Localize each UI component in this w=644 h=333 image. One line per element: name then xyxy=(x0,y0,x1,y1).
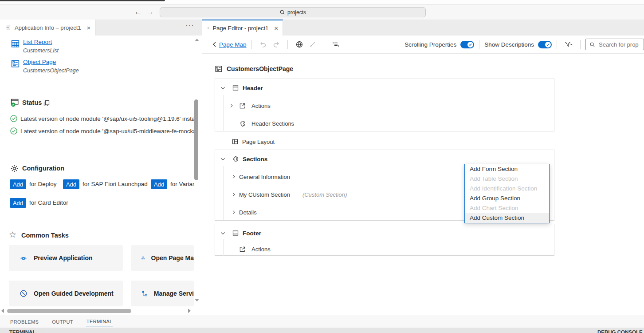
tree-label: Actions xyxy=(251,103,271,109)
tree-row-footer[interactable]: Footer xyxy=(220,228,261,238)
add-deploy-label: for Deploy xyxy=(29,181,57,187)
open-page-map-card[interactable]: Open Page Ma xyxy=(131,245,194,271)
card-label: Preview Application xyxy=(34,254,93,262)
object-page-link[interactable]: Object Page xyxy=(23,59,56,65)
more-actions-button[interactable]: ··· xyxy=(185,21,194,30)
tree-label: Actions xyxy=(251,246,271,253)
i18n-list-icon[interactable] xyxy=(332,41,340,48)
tree-label: My CUstom Section xyxy=(239,191,290,198)
tab-problems[interactable]: PROBLEMS xyxy=(10,317,39,326)
add-card-editor-label: for Card Editor xyxy=(29,199,68,206)
forward-arrow-icon[interactable]: → xyxy=(146,7,154,17)
filter-icon[interactable] xyxy=(565,41,573,48)
menu-item-add-custom-section[interactable]: Add Custom Section xyxy=(465,213,549,223)
tree-row-header[interactable]: Header xyxy=(220,83,263,93)
add-variant-button[interactable]: Add xyxy=(151,179,167,189)
status-icon xyxy=(10,98,20,107)
header-icon xyxy=(232,84,239,91)
chevron-down-icon[interactable] xyxy=(220,230,226,236)
search-icon xyxy=(279,9,285,15)
vertical-scrollbar-thumb[interactable] xyxy=(194,99,198,180)
debug-console-section-header[interactable]: DEBUG CONSOLE xyxy=(591,329,643,333)
scroll-down-arrow[interactable] xyxy=(195,299,199,301)
tab-terminal[interactable]: TERMINAL xyxy=(86,317,113,326)
chevron-right-icon[interactable] xyxy=(231,174,236,179)
maximized-panel-strip: TERMINAL DEBUG CONSOLE xyxy=(0,328,644,333)
chevron-right-icon[interactable] xyxy=(231,192,236,197)
manage-services-card[interactable]: Manage Servi xyxy=(131,281,194,306)
add-card-editor-button[interactable]: Add xyxy=(10,198,26,208)
page-map-link[interactable]: Page Map xyxy=(219,41,247,48)
external-link-icon xyxy=(239,246,246,253)
search-value: projects xyxy=(287,9,306,16)
header-group-box: Header Actions Header Sections xyxy=(215,79,554,131)
back-chevron-icon[interactable] xyxy=(212,41,216,48)
strip-label: TERMINAL xyxy=(9,329,35,333)
tree-row-sections[interactable]: Sections xyxy=(220,154,267,164)
toolbar-divider xyxy=(479,40,479,49)
show-descriptions-toggle[interactable] xyxy=(538,41,552,48)
open-guided-development-card[interactable]: Open Guided Development xyxy=(9,281,123,306)
toolbar-divider xyxy=(580,40,581,49)
tree-row-header-actions[interactable]: Actions xyxy=(229,100,271,111)
address-search-box[interactable]: projects xyxy=(160,7,426,17)
undo-icon[interactable] xyxy=(259,41,267,48)
status-item: Latest version of node module '@sap/ux-u… xyxy=(20,115,194,122)
tree-label: Details xyxy=(239,209,257,216)
tree-row-footer-actions[interactable]: Actions xyxy=(239,244,271,254)
bottom-panel-tabs: PROBLEMS OUTPUT TERMINAL xyxy=(0,315,644,328)
redo-icon[interactable] xyxy=(272,41,280,48)
title-bar: ← → projects xyxy=(0,5,644,20)
chevron-right-icon[interactable] xyxy=(231,210,236,215)
footer-group-box: Footer Actions xyxy=(215,224,554,256)
toolbar-divider xyxy=(251,40,252,49)
tab-application-info[interactable]: Application Info – project1 × xyxy=(0,20,96,36)
menu-item-add-form-section[interactable]: Add Form Section xyxy=(465,164,549,174)
add-flp-button[interactable]: Add xyxy=(63,179,79,189)
gear-icon xyxy=(10,164,19,173)
tree-row-my-custom-section[interactable]: My CUstom Section (Custom Section) xyxy=(231,189,347,200)
tab-page-editor[interactable]: Page Editor - project1 × xyxy=(202,20,283,36)
terminal-section-header[interactable]: TERMINAL xyxy=(3,329,35,333)
scroll-left-arrow[interactable] xyxy=(1,309,4,313)
chevron-right-icon[interactable] xyxy=(229,103,234,108)
tab-output[interactable]: OUTPUT xyxy=(51,317,74,326)
clean-icon[interactable] xyxy=(309,41,316,48)
toggle-knob xyxy=(467,42,473,48)
properties-search-input[interactable] xyxy=(598,41,640,48)
external-link-icon xyxy=(239,103,246,109)
indent-guide xyxy=(223,166,224,220)
add-deploy-button[interactable]: Add xyxy=(10,179,26,189)
tree-row-header-sections[interactable]: Header Sections xyxy=(239,118,294,129)
browser-tab-edge xyxy=(0,0,165,1)
tree-label: Sections xyxy=(243,156,267,163)
list-report-link[interactable]: List Report xyxy=(23,39,52,45)
close-icon[interactable]: × xyxy=(87,24,91,32)
back-arrow-icon[interactable]: ← xyxy=(134,7,142,17)
properties-search-box[interactable] xyxy=(585,39,644,50)
close-icon[interactable]: × xyxy=(274,24,278,32)
manage-services-icon xyxy=(141,289,148,297)
list-report-name: CustomersList xyxy=(23,48,59,54)
scrolling-properties-toggle[interactable] xyxy=(460,41,474,48)
chevron-down-icon[interactable] xyxy=(220,156,226,162)
copy-icon[interactable] xyxy=(43,99,50,107)
add-section-context-menu: Add Form Section Add Table Section Add I… xyxy=(464,164,550,223)
strip-label: DEBUG CONSOLE xyxy=(597,329,643,333)
chevron-down-icon[interactable] xyxy=(220,85,226,91)
horizontal-scrollbar-thumb[interactable] xyxy=(7,309,131,313)
scroll-right-arrow[interactable] xyxy=(188,309,191,313)
tree-row-general-information[interactable]: General Information xyxy=(231,171,290,182)
tree-row-page-layout[interactable]: Page Layout xyxy=(232,136,275,147)
preview-icon xyxy=(5,24,12,31)
page-editor-toolbar: Page Map Scrolling Properties Show Descr… xyxy=(202,36,644,54)
status-item: Latest version of node module '@sap-ux/u… xyxy=(20,128,194,135)
globe-icon[interactable] xyxy=(295,40,303,48)
tree-label: General Information xyxy=(239,174,290,180)
scroll-up-arrow[interactable] xyxy=(195,39,199,41)
menu-item-add-group-section[interactable]: Add Group Section xyxy=(465,194,549,203)
footer-icon xyxy=(232,230,239,237)
tree-row-details[interactable]: Details xyxy=(231,207,257,218)
preview-application-card[interactable]: Preview Application xyxy=(9,245,123,271)
puzzle-icon xyxy=(239,120,246,127)
